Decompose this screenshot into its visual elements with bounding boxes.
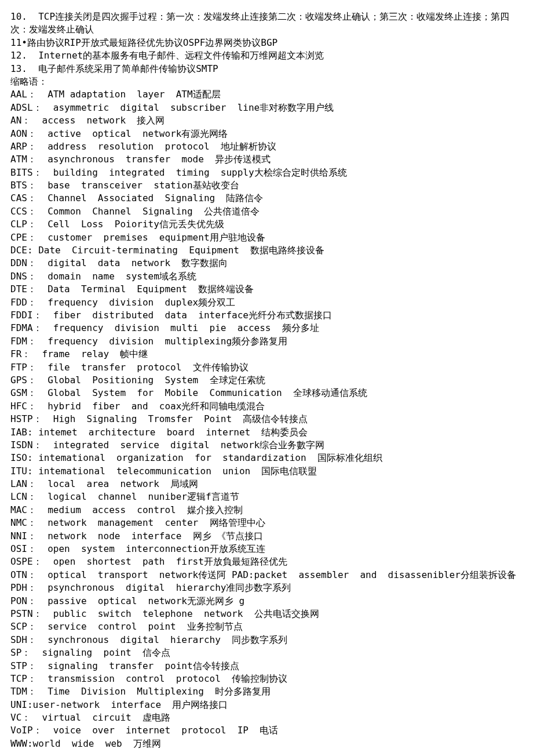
text-line: DDN： digital data network 数字数据向 (10, 257, 523, 270)
text-line: LAN： local area network 局域网 (10, 478, 523, 490)
text-line: OSI： open system interconnection开放系统互连 (10, 543, 523, 555)
text-line: AN： access network 接入网 (10, 114, 523, 127)
text-line: CCS： Common Channel Signaling 公共倍道倍令 (10, 205, 523, 218)
text-line: VC： virtual circuit 虚电路 (10, 711, 523, 724)
text-line: OTN： optical transport network传送阿 PAD:pa… (10, 569, 523, 581)
text-line: 13. 电子邮件系统采用了简单邮件传输协议SMTP (10, 63, 523, 75)
text-line: MAC： medium access control 媒介接入控制 (10, 504, 523, 517)
text-line: AON： active optical network有源光网络 (10, 128, 523, 140)
text-line: STP： signaling transfer point信令转接点 (10, 660, 523, 673)
text-line: 缩略语： (10, 75, 523, 88)
text-line: TDM： Time Division Multiplexing 时分多路复用 (10, 685, 523, 698)
text-line: 10. TCP连接关闭是四次握手过程：第一次：发端发终止连接第二次：收端发终止确… (10, 10, 523, 37)
text-line: GSM： Global System for Mobile Communicat… (10, 387, 523, 399)
text-line: TCP： transmission control protocol 传输控制协… (10, 673, 523, 685)
text-line: VoIP： voice over internet protocol IP 电话 (10, 724, 523, 737)
text-line: ATM： asynchronous transfer mode 异步传送模式 (10, 153, 523, 166)
text-line: AAL： ATM adaptation layer ATM适配层 (10, 88, 523, 101)
text-line: ARP： address resolution protocol 地址解析协议 (10, 140, 523, 153)
text-line: DNS： domain name system域名系统 (10, 270, 523, 283)
text-line: 12. Internet的基本服务有电子邮件、远程文件传输和万维网超文本浏览 (10, 49, 523, 62)
text-line: SCP： service control point 业务控制节点 (10, 620, 523, 633)
text-line: DCE: Date Circuit-terminating Equipment … (10, 244, 523, 257)
text-line: FDDI： fiber distributed data interface光纤… (10, 309, 523, 322)
text-line: GPS： Global Positioning System 全球定任索统 (10, 374, 523, 387)
text-line: ISDN： integrated service digital network… (10, 439, 523, 452)
text-line: HSTP： High Signaling Tromsfer Point 高级信令… (10, 413, 523, 426)
text-line: BTS： base transceiver station基站收变台 (10, 179, 523, 192)
document-content: 10. TCP连接关闭是四次握手过程：第一次：发端发终止连接第二次：收端发终止确… (10, 10, 523, 750)
text-line: WWW:world wide web 万维网 (10, 737, 523, 750)
text-line: FR： frame relay 帧中继 (10, 348, 523, 361)
text-line: BITS： building integrated timing supply大… (10, 166, 523, 179)
text-line: LCN： logical channel nuniber逻辑f言道节 (10, 490, 523, 503)
text-line: PSTN： public switch telephone network 公共… (10, 608, 523, 620)
text-line: PDH： psynchronous digital hierarchy准同步数字… (10, 581, 523, 594)
text-line: CPE： customer premises equipment用户驻地设备 (10, 231, 523, 244)
text-line: ITU: intemational telecommunication unio… (10, 465, 523, 478)
text-line: UNI:user-network interface 用户网络接口 (10, 699, 523, 711)
text-line: FDM： frequency division multiplexing频分参路… (10, 335, 523, 348)
text-line: HFC： hybrid fiber and coax光纤和同轴电缆混合 (10, 400, 523, 413)
text-line: CAS： Channel Associated Signaling 陆路信令 (10, 192, 523, 205)
text-line: ADSL： asymmetric digital subscriber line… (10, 101, 523, 114)
text-line: 11•路由协议RIP开放式最短路径优先协议OSPF边界网类协议BGP (10, 37, 523, 49)
text-line: SP： signaling point 信令点 (10, 646, 523, 659)
text-line: FDD： frequency division duplex频分双工 (10, 296, 523, 309)
text-line: FDMA： frequency division multi pie acces… (10, 322, 523, 335)
text-line: FTP： file transfer protocol 文件传输协议 (10, 361, 523, 374)
text-line: SDH： synchronous digital hierarchy 同步数字系… (10, 634, 523, 646)
text-line: ISO: intemational organization for stand… (10, 452, 523, 464)
text-line: DTE： Data Terminal Equipment 数据终端设备 (10, 283, 523, 296)
text-line: IAB: intemet architecture board internet… (10, 426, 523, 439)
text-line: NMC： network management center 网络管理中心 (10, 517, 523, 529)
text-line: OSPE： open shortest path first开放負最短路径优先 (10, 555, 523, 568)
text-line: CLP： Cell Loss Poiority信元丢失优先级 (10, 218, 523, 231)
text-line: NNI： network node interface 网乡 《节点接口 (10, 530, 523, 543)
text-line: PON： passive optical network无源光网乡 g (10, 595, 523, 608)
